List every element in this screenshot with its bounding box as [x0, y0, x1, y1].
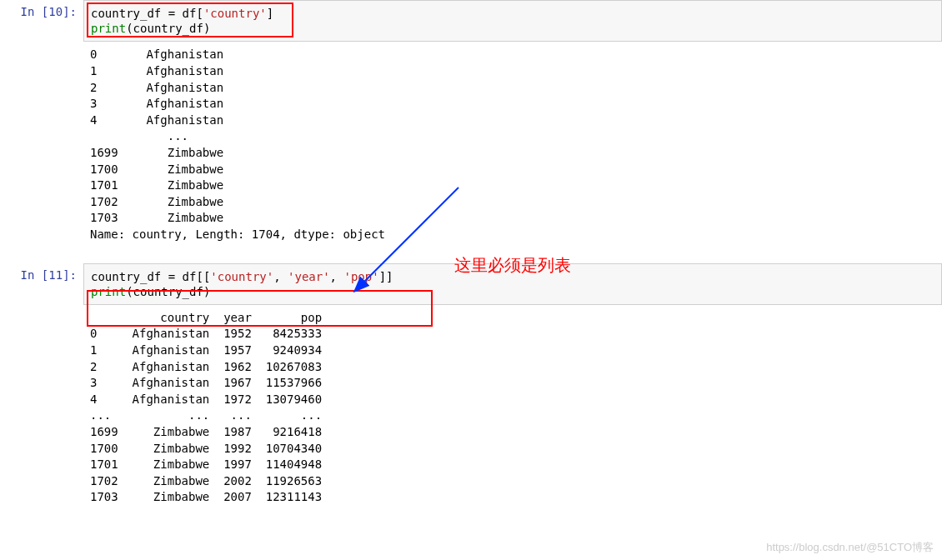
prompt-out-11 [0, 305, 83, 310]
prompt-in-11: In [11]: [0, 263, 83, 282]
watermark: https://blog.csdn.net/@51CTO博客 [766, 540, 934, 555]
output-cell-11: country year pop 0 Afghanistan 1952 8425… [0, 305, 942, 511]
code-input-10[interactable]: country_df = df['country'] print(country… [83, 0, 942, 42]
code-output-11: country year pop 0 Afghanistan 1952 8425… [83, 305, 942, 511]
annotation-text: 这里必须是列表 [454, 254, 571, 277]
prompt-out-10 [0, 42, 83, 47]
input-cell-10: In [10]: country_df = df['country'] prin… [0, 0, 942, 42]
code-output-10: 0 Afghanistan 1 Afghanistan 2 Afghanista… [83, 42, 942, 248]
output-cell-10: 0 Afghanistan 1 Afghanistan 2 Afghanista… [0, 42, 942, 248]
prompt-in-10: In [10]: [0, 0, 83, 18]
